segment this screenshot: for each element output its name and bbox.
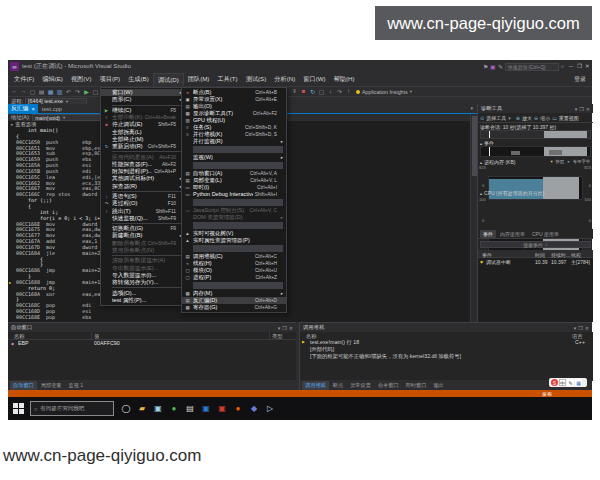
debug-toolbar-icon[interactable]: ↷ [335,88,344,95]
diagnostic-tools-header[interactable]: 诊断工具 ▾ ❐ ✕ [478,104,593,113]
zoom-in-icon[interactable]: ⊕ [516,115,520,121]
menu-item[interactable]: ▦ 显示诊断工具(T) Ctrl+Alt+F2 [182,110,286,117]
pencil-icon[interactable]: ✎ [498,63,503,70]
toolbar-icon[interactable]: ▥ [55,88,64,95]
menu-item[interactable]: 全部拆离(L) [101,128,185,135]
menu-item[interactable] [112,191,182,192]
tool-window-tab[interactable]: 调用堆栈 [302,381,329,390]
menu-item[interactable]: 其他调试目标(H) ▸ [101,175,185,182]
sign-in-link[interactable]: 登录 [574,75,586,84]
menu-item[interactable]: 清除所有数据提示(A) [101,257,185,264]
tool-window-tab[interactable]: 输出 [430,381,446,390]
debug-toolbar-icon[interactable]: ↓ [326,88,335,95]
autos-row[interactable]: ◆ EBP 00AFFC90 [8,340,296,347]
menu-item[interactable]: ↑ 跳出(T) Shift+F11 [101,207,185,214]
events-search-input[interactable]: 搜索事件 ⌕ [480,241,591,248]
menu-item[interactable]: ↷ 逐过程(O) F10 [101,200,185,207]
tool-window-tab[interactable]: 异常设置 [347,381,374,390]
menu-item[interactable] [112,287,182,288]
menu-item[interactable]: ▭ 即时(I) Ctrl+Alt+I [182,184,286,191]
menubar-item[interactable]: 文件(F) [10,73,38,86]
tool-window-tab[interactable]: 自动窗口 [10,381,37,390]
close-button[interactable]: ✕ [585,63,590,69]
menubar-item[interactable]: 调试(D) [153,73,184,87]
reset-view-label[interactable]: 重置视图 [559,115,579,121]
call-stack-frame[interactable]: [外部代码] [300,346,593,353]
menu-item[interactable]: ▢ 进程(P) Ctrl+Alt+Z [182,274,286,281]
menu-item[interactable] [112,151,182,152]
menu-item[interactable]: 性能探查器(F)... Alt+F2 [101,161,185,168]
column-divider[interactable] [91,332,92,340]
menu-item[interactable]: ▦ 寄存器(G) Ctrl+Alt+G [182,304,286,311]
menu-item[interactable]: ■ 停止调试(E) Shift+F5 [101,121,185,128]
taskbar-app-icon[interactable]: ▣ [198,397,214,420]
float-window-icon[interactable]: ❐ [579,106,583,112]
menu-item[interactable]: ▦ 内存(M) ▸ [182,290,286,297]
chevron-down-icon[interactable]: ▾ [508,115,511,121]
feedback-smiley-icon[interactable]: ▣ [490,63,496,70]
menu-item[interactable]: ≈ 线程(H) Ctrl+Alt+H [182,260,286,267]
menu-item[interactable]: ‖ 全部中断(K) Ctrl+Alt+Break [101,114,185,121]
debug-toolbar-icon[interactable]: ■ [299,88,308,95]
toolbar-icon[interactable]: ← [10,88,19,95]
tool-window-tab[interactable]: 即时窗口 [403,381,430,390]
search-icon[interactable]: ⌕ [561,63,564,70]
toolbar-icon[interactable]: ▦ [46,88,55,95]
menu-item[interactable] [193,222,283,229]
menu-item[interactable]: 新建断点(B) ▸ [101,232,185,239]
chevron-down-icon[interactable]: ▾ [574,325,577,331]
toolbar-icon[interactable]: ▢ [91,88,100,95]
debug-toolbar-icon[interactable]: ‖ [290,88,299,95]
start-button[interactable] [13,403,24,414]
menu-item[interactable]: 禁用所有断点(N) [101,247,185,254]
ime-icon[interactable]: ▦ [575,379,582,386]
call-stack-frame[interactable]: ▶ test.exe!main() 行 18 C++ [300,339,593,346]
menu-item[interactable]: ↻ 重新启动(R) Ctrl+Shift+F5 [101,143,185,150]
menu-item[interactable]: 监视(W) ▸ [182,154,286,161]
cpu-section-label[interactable]: ▴CPU (所有处理器的百分比) [480,190,544,196]
menu-item[interactable]: ▲ 实时可视化树(V) [182,230,286,237]
float-window-icon[interactable]: ❐ [578,325,582,331]
snapshot-legend-label[interactable]: 快照 [556,159,565,164]
menubar-item[interactable]: 团队(M) [184,73,214,86]
column-value[interactable]: 值 [94,333,99,340]
feedback-flag-icon[interactable]: ⚑ [483,63,488,70]
taskbar-app-icon[interactable]: ▰ [134,397,150,420]
menubar-item[interactable]: 工具(T) [213,73,241,86]
menu-item[interactable]: ● 断点(B) Ctrl+Alt+B [182,89,286,96]
toolbar-icon[interactable]: ▢ [28,88,37,95]
address-combo[interactable]: main(void) ▾ [32,114,102,121]
call-stack-header[interactable]: 调用堆栈 ▾ ❐ ✕ [300,323,592,332]
menu-item[interactable]: ≡ 任务(S) Ctrl+Shift+D, K [182,124,286,131]
ime-icon[interactable]: S [551,379,558,386]
menubar-item[interactable]: 窗口(W) [299,73,329,86]
toolbar-icon[interactable]: ▶ [82,88,91,95]
toolbar-icon[interactable]: → [19,88,28,95]
snapshot-filter-icon[interactable]: ▾ [550,159,552,164]
close-icon[interactable]: ✕ [586,106,590,112]
menu-item[interactable] [193,199,283,206]
taskbar-app-icon[interactable]: ● [166,397,182,420]
status-right-label[interactable]: 发布 [542,391,552,397]
menu-item[interactable]: ▣ 异常设置(X) Ctrl+Alt+E [182,96,286,103]
debug-toolbar-icon[interactable]: ↑ [344,88,353,95]
menu-item[interactable]: 导入数据提示(I)... [101,272,185,279]
menu-item[interactable]: 将转储另存为(Y)... [101,279,185,286]
menu-item[interactable] [112,255,182,256]
tool-window-tab[interactable]: 局部变量 [38,381,65,390]
menubar-item[interactable]: 项目(P) [96,73,125,86]
menubar-item[interactable]: 生成(B) [124,73,153,86]
chevron-down-icon[interactable]: ▾ [575,106,578,112]
menu-item[interactable]: ▭ JavaScript 控制台(S) Ctrl+Alt+V, C [182,207,286,214]
close-icon[interactable]: ✕ [289,325,293,331]
close-icon[interactable]: ✕ [585,325,589,331]
menu-item[interactable]: 附加到进程(P)... Ctrl+Alt+P [101,168,185,175]
menu-item[interactable]: 切换断点(G) F9 [101,225,185,232]
zoom-out-label[interactable]: 缩小 [540,115,550,121]
tab-test-cpp[interactable]: test.cpp [38,104,66,113]
diagnostic-tab[interactable]: 内存使用率 [497,230,528,238]
menu-item[interactable]: ▤ 调用堆栈(C) Ctrl+Alt+C [182,253,286,260]
zoom-out-icon[interactable]: ⊖ [534,115,538,121]
menu-item[interactable]: 删除所有断点(D) Ctrl+Shift+F9 [101,240,185,247]
menu-item[interactable]: 探查器(R) ▸ [101,183,185,190]
